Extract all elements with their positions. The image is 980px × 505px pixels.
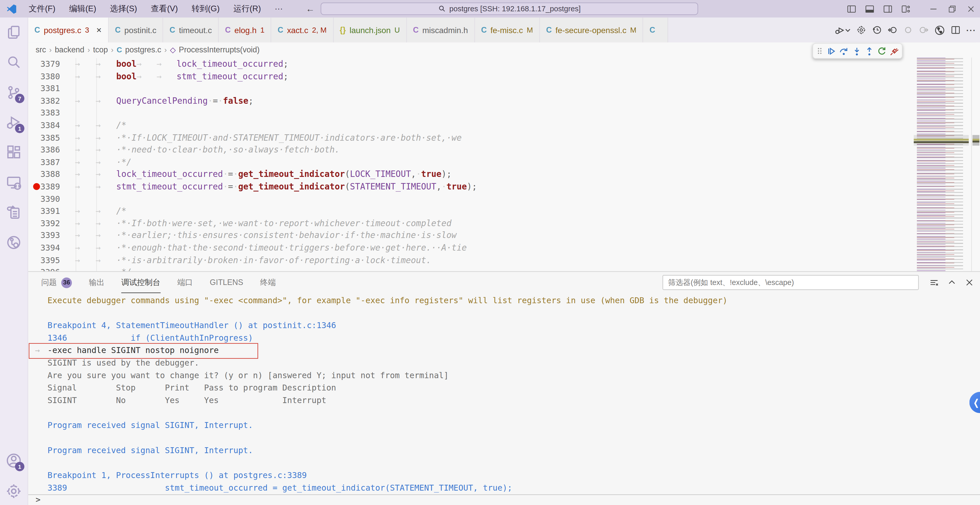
debug-continue-button[interactable]	[826, 46, 837, 56]
menu-item[interactable]: 运行(R)	[226, 0, 268, 18]
menu-item[interactable]: 编辑(E)	[62, 0, 103, 18]
editor-tab[interactable]: Cpostgres.c3✕	[28, 18, 109, 42]
line-number[interactable]: 3384	[28, 119, 60, 132]
menu-item[interactable]: 查看(V)	[144, 0, 185, 18]
line-number[interactable]: 3380	[28, 70, 60, 83]
close-window-icon[interactable]	[961, 0, 980, 18]
console-line: Signal Stop Print Pass to program Descri…	[28, 382, 980, 394]
sidebar-item-run-and-debug[interactable]: 1	[0, 108, 27, 138]
current-change-icon[interactable]	[903, 25, 913, 35]
debug-step-out-button[interactable]	[864, 46, 874, 56]
breadcrumb-item[interactable]: ProcessInterrupts(void)	[179, 46, 260, 54]
editor-tab[interactable]: Cmiscadmin.h	[407, 18, 475, 42]
breadcrumb-item[interactable]: tcop	[93, 46, 108, 54]
timeline-history-button[interactable]	[872, 25, 882, 35]
customize-layout-icon[interactable]	[897, 0, 915, 18]
editor-tab[interactable]: Cfe-secure-openssl.cM	[540, 18, 643, 42]
line-number[interactable]: 3383	[28, 107, 60, 119]
sidebar-item-gitlens[interactable]	[0, 228, 27, 258]
tab-whitespace-glyph: →	[95, 266, 116, 271]
breadcrumb-item[interactable]: postgres.c	[125, 46, 161, 54]
accounts-button[interactable]: 1	[0, 446, 27, 476]
editor-tab[interactable]: Ctimeout.c	[163, 18, 219, 42]
next-change-button[interactable]	[919, 25, 929, 35]
command-center-search[interactable]: postgres [SSH: 192.168.1.17_postgres]	[321, 3, 698, 15]
code-line: 3388→→lock_timeout_occurred·=·get_timeou…	[28, 169, 912, 181]
minimap[interactable]	[914, 57, 969, 271]
debug-restart-button[interactable]	[877, 46, 887, 56]
toggle-panel-icon[interactable]	[861, 0, 879, 18]
editor-tab[interactable]: {}launch.jsonU	[334, 18, 407, 42]
more-actions-button[interactable]: ···	[966, 25, 976, 35]
run-or-debug-button[interactable]	[834, 25, 851, 35]
console-line: Breakpoint 4, StatementTimeoutHandler ()…	[28, 319, 980, 332]
code-text: →→/*	[75, 205, 126, 217]
panel-tab[interactable]: 调试控制台	[121, 272, 161, 293]
editor-tab[interactable]: Cpostinit.c	[108, 18, 163, 42]
sidebar-item-search[interactable]	[0, 48, 27, 78]
token-v: lock_timeout_occurred	[177, 59, 283, 69]
line-number[interactable]: 3386	[28, 144, 60, 156]
line-number[interactable]: 3389	[28, 180, 60, 193]
panel-tab[interactable]: 输出	[89, 272, 105, 293]
editor-tab[interactable]: Cxact.c2, M	[271, 18, 334, 42]
menu-item[interactable]: 选择(S)	[103, 0, 144, 18]
debug-step-into-button[interactable]	[852, 46, 862, 56]
panel-tab[interactable]: 端口	[177, 272, 193, 293]
sidebar-item-remote-explorer[interactable]	[0, 167, 27, 198]
commit-graph-button[interactable]	[934, 25, 945, 35]
line-number[interactable]: 3392	[28, 217, 60, 229]
sidebar-item-extensions[interactable]	[0, 138, 27, 168]
debug-disconnect-button[interactable]	[889, 46, 899, 56]
line-number[interactable]: 3391	[28, 205, 60, 217]
settings-button[interactable]	[0, 476, 27, 505]
menu-item[interactable]: 文件(F)	[22, 0, 62, 18]
editor-tab[interactable]: Celog.h1	[219, 18, 271, 42]
line-number[interactable]: 3382	[28, 95, 60, 107]
panel-tab[interactable]: GITLENS	[210, 272, 243, 293]
line-number[interactable]: 3390	[28, 193, 60, 205]
editor-tab[interactable]: Cfe-misc.cM	[475, 18, 540, 42]
tab-whitespace-glyph: →	[75, 229, 95, 242]
editor-tab[interactable]: C	[643, 18, 668, 42]
tab-label: launch.json	[350, 25, 390, 35]
restore-icon[interactable]	[942, 0, 961, 18]
breadcrumb-item[interactable]: src	[36, 46, 46, 54]
sidebar-item-file-history[interactable]	[0, 198, 27, 228]
line-number[interactable]: 3393	[28, 229, 60, 242]
line-number[interactable]: 3381	[28, 83, 60, 95]
toggle-secondary-sidebar-icon[interactable]	[879, 0, 897, 18]
line-number[interactable]: 3394	[28, 242, 60, 254]
settings-gear-button[interactable]	[856, 25, 866, 35]
debug-toolbar-drag-handle[interactable]	[816, 46, 824, 56]
line-number[interactable]: 3388	[28, 169, 60, 181]
scrollbar-thumb[interactable]	[972, 135, 980, 146]
line-number[interactable]: 3379	[28, 58, 60, 70]
prev-change-button[interactable]	[888, 25, 897, 35]
debug-step-over-button[interactable]	[839, 46, 849, 56]
editor-vertical-scrollbar[interactable]	[971, 57, 980, 271]
sidebar-item-source-control[interactable]: 7	[0, 78, 27, 108]
breadcrumb-item[interactable]: backend	[55, 46, 84, 54]
close-tab-icon[interactable]: ✕	[96, 26, 102, 34]
file-type-icon: C	[169, 25, 175, 34]
navigate-back-icon[interactable]: ←	[306, 4, 315, 14]
minimize-icon[interactable]	[924, 0, 942, 18]
split-editor-button[interactable]	[951, 25, 961, 35]
line-number[interactable]: 3387	[28, 156, 60, 169]
panel-tab[interactable]: 问题36	[41, 272, 72, 293]
sidebar-item-explorer[interactable]	[0, 18, 27, 48]
maximize-panel-button[interactable]	[947, 278, 956, 287]
line-number[interactable]: 3385	[28, 132, 60, 144]
line-number[interactable]: 3395	[28, 254, 60, 266]
console-filter-input[interactable]	[662, 275, 919, 290]
console-line: 1346 if (ClientAuthInProgress)	[28, 332, 980, 344]
toggle-primary-sidebar-icon[interactable]	[842, 0, 861, 18]
panel-tab[interactable]: 终端	[260, 272, 276, 293]
menu-item[interactable]: 转到(G)	[185, 0, 227, 18]
line-number[interactable]: 3396	[28, 266, 60, 271]
menu-item[interactable]: ···	[268, 0, 290, 18]
clear-console-button[interactable]	[929, 278, 939, 287]
debug-console-prompt[interactable]: >	[28, 494, 980, 505]
close-panel-button[interactable]	[965, 278, 974, 287]
